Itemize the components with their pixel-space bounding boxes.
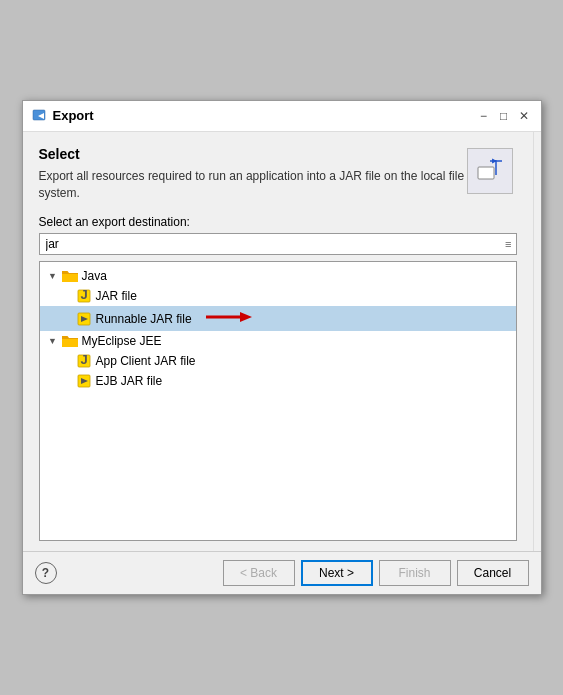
dialog-icon [31, 108, 47, 124]
filter-box: ≡ [39, 233, 517, 255]
toggle-java: ▼ [46, 269, 60, 283]
red-arrow-indicator [204, 308, 254, 329]
footer-left: ? [35, 562, 57, 584]
maximize-button[interactable]: □ [495, 107, 513, 125]
tree-label-ejb-jar: EJB JAR file [96, 374, 163, 388]
app-client-jar-icon: J [76, 353, 92, 369]
tree-item-ejb-jar[interactable]: ▷ EJB JAR file [40, 371, 516, 391]
destination-label: Select an export destination: [39, 215, 517, 229]
jar-file-icon: J [76, 288, 92, 304]
tree-label-java: Java [82, 269, 107, 283]
next-button[interactable]: Next > [301, 560, 373, 586]
minimize-button[interactable]: − [475, 107, 493, 125]
window-controls: − □ ✕ [475, 107, 533, 125]
tree-item-myeclipse-folder[interactable]: ▼ MyEclipse JEE [40, 331, 516, 351]
filter-icon: ≡ [501, 236, 515, 252]
svg-rect-2 [478, 167, 494, 179]
export-icon-box [467, 148, 513, 194]
export-dialog: Export − □ ✕ Select Export all resources… [22, 100, 542, 596]
tree-label-runnable-jar: Runnable JAR file [96, 312, 192, 326]
svg-text:J: J [80, 288, 87, 302]
export-icon [476, 157, 504, 185]
dialog-footer: ? < Back Next > Finish Cancel [23, 551, 541, 594]
svg-marker-9 [240, 312, 252, 322]
tree-item-java-folder[interactable]: ▼ Java [40, 266, 516, 286]
toggle-myeclipse: ▼ [46, 334, 60, 348]
header-content: Select Export all resources required to … [39, 146, 467, 216]
ejb-jar-icon [76, 373, 92, 389]
header-row: Select Export all resources required to … [39, 146, 517, 216]
finish-button[interactable]: Finish [379, 560, 451, 586]
dialog-title: Export [53, 108, 469, 123]
tree-label-myeclipse: MyEclipse JEE [82, 334, 162, 348]
tree-container[interactable]: ▼ Java ▷ J [39, 261, 517, 541]
close-button[interactable]: ✕ [515, 107, 533, 125]
cancel-button[interactable]: Cancel [457, 560, 529, 586]
filter-input[interactable] [40, 234, 502, 254]
dialog-content: Select Export all resources required to … [23, 132, 541, 552]
tree-item-jar-file[interactable]: ▷ J JAR file [40, 286, 516, 306]
right-panel [533, 132, 541, 552]
tree-label-jar-file: JAR file [96, 289, 137, 303]
help-button[interactable]: ? [35, 562, 57, 584]
folder-java-icon [62, 268, 78, 284]
back-button[interactable]: < Back [223, 560, 295, 586]
tree-label-app-client-jar: App Client JAR file [96, 354, 196, 368]
main-area: Select Export all resources required to … [23, 132, 533, 552]
section-title: Select [39, 146, 467, 162]
tree-item-runnable-jar[interactable]: ▷ Runnable JAR file [40, 306, 516, 331]
tree-item-app-client-jar[interactable]: ▷ J App Client JAR file [40, 351, 516, 371]
title-bar: Export − □ ✕ [23, 101, 541, 132]
runnable-jar-icon [76, 311, 92, 327]
footer-buttons: < Back Next > Finish Cancel [223, 560, 529, 586]
folder-myeclipse-icon [62, 333, 78, 349]
svg-text:J: J [80, 353, 87, 367]
description: Export all resources required to run an … [39, 168, 467, 202]
